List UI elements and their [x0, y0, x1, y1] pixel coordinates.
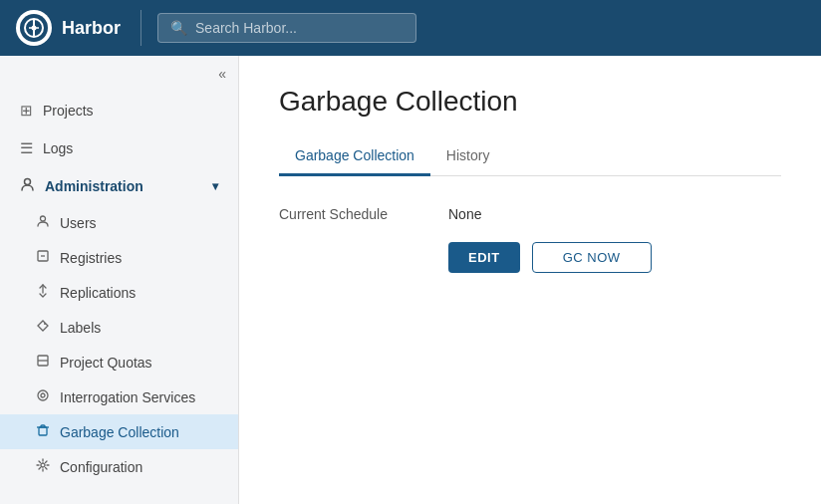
svg-point-13 [41, 393, 45, 397]
interrogation-services-icon [36, 388, 50, 405]
current-schedule-value: None [448, 206, 481, 222]
logs-icon: ☰ [20, 139, 33, 157]
app-body: « ⊞ Projects ☰ Logs Administration ▾ [0, 56, 821, 504]
sidebar-item-administration[interactable]: Administration ▾ [0, 167, 238, 205]
svg-point-12 [38, 390, 48, 400]
project-quotas-icon [36, 354, 50, 371]
sidebar-item-label: Replications [60, 285, 136, 301]
registries-icon [36, 249, 50, 266]
sidebar-item-label: Users [60, 215, 97, 231]
svg-point-4 [32, 26, 37, 31]
sidebar-item-label: Labels [60, 320, 101, 336]
header: Harbor 🔍 Search Harbor... [0, 0, 821, 56]
sidebar-item-labels[interactable]: Labels [0, 310, 238, 345]
main-content: Garbage Collection Garbage Collection Hi… [239, 56, 821, 504]
gc-now-button[interactable]: GC NOW [532, 242, 652, 273]
logo-area: Harbor [16, 10, 141, 46]
sidebar-item-project-quotas[interactable]: Project Quotas [0, 345, 238, 379]
sidebar-item-configuration[interactable]: Configuration [0, 449, 238, 484]
sidebar-item-label: Project Quotas [60, 355, 152, 371]
sidebar: « ⊞ Projects ☰ Logs Administration ▾ [0, 56, 239, 504]
administration-chevron: ▾ [212, 179, 218, 193]
app-title: Harbor [62, 18, 121, 39]
svg-point-5 [25, 179, 31, 185]
sidebar-item-projects[interactable]: ⊞ Projects [0, 92, 238, 129]
logo-icon [16, 10, 52, 46]
schedule-row: Current Schedule None [279, 206, 781, 222]
sidebar-item-label: Logs [43, 140, 73, 156]
sidebar-item-label: Registries [60, 250, 122, 266]
projects-icon: ⊞ [20, 102, 33, 120]
search-placeholder: Search Harbor... [195, 20, 297, 36]
svg-point-6 [41, 216, 46, 221]
configuration-icon [36, 458, 50, 475]
sidebar-item-replications[interactable]: Replications [0, 275, 238, 310]
labels-icon [36, 319, 50, 336]
replications-icon [36, 284, 50, 301]
tab-history[interactable]: History [430, 137, 506, 176]
administration-icon [20, 177, 35, 195]
svg-rect-14 [39, 427, 47, 435]
sidebar-item-garbage-collection[interactable]: Garbage Collection [0, 414, 238, 449]
sidebar-item-registries[interactable]: Registries [0, 240, 238, 275]
sidebar-item-label: Garbage Collection [60, 424, 179, 440]
sidebar-item-label: Configuration [60, 459, 142, 475]
sidebar-item-logs[interactable]: ☰ Logs [0, 129, 238, 167]
svg-point-16 [41, 463, 45, 467]
current-schedule-label: Current Schedule [279, 206, 418, 222]
page-title: Garbage Collection [279, 86, 781, 118]
users-icon [36, 214, 50, 231]
sidebar-item-users[interactable]: Users [0, 205, 238, 240]
sidebar-item-interrogation-services[interactable]: Interrogation Services [0, 379, 238, 414]
svg-point-9 [44, 323, 46, 325]
administration-label: Administration [45, 178, 143, 194]
sidebar-nav: ⊞ Projects ☰ Logs Administration ▾ [0, 92, 238, 504]
tab-garbage-collection[interactable]: Garbage Collection [279, 137, 430, 176]
tab-bar: Garbage Collection History [279, 137, 781, 176]
sidebar-collapse-button[interactable]: « [0, 56, 238, 92]
search-icon: 🔍 [170, 20, 187, 36]
action-buttons: EDIT GC NOW [448, 242, 781, 273]
edit-button[interactable]: EDIT [448, 242, 520, 273]
collapse-icon: « [218, 66, 226, 82]
harbor-logo-svg [20, 14, 48, 42]
content-section: Current Schedule None EDIT GC NOW [279, 206, 781, 273]
administration-sub-nav: Users Registries Replications [0, 205, 238, 484]
sidebar-item-label: Interrogation Services [60, 389, 195, 405]
sidebar-item-label: Projects [43, 103, 94, 119]
search-bar[interactable]: 🔍 Search Harbor... [157, 13, 416, 43]
garbage-collection-icon [36, 423, 50, 440]
